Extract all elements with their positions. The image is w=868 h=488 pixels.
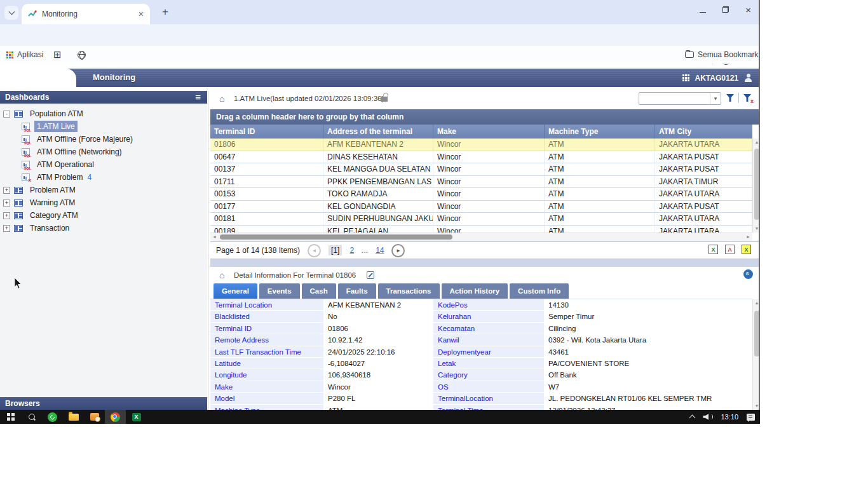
edit-icon[interactable]	[367, 271, 374, 279]
detail-tab[interactable]: Action History	[442, 283, 508, 299]
detail-label[interactable]: Last TLF Transaction Time	[210, 346, 323, 358]
sidebar-tree-item[interactable]: - Population ATM	[0, 107, 207, 120]
notification-center-icon[interactable]	[747, 414, 755, 421]
tab-search-button[interactable]	[4, 6, 18, 20]
app-grid-icon[interactable]	[682, 74, 689, 81]
clear-filter-icon[interactable]	[743, 93, 752, 102]
table-row[interactable]: 00177 KEL GONDANGDIA Wincor ATM JAKARTA …	[210, 201, 752, 214]
scroll-left-icon[interactable]: ◄	[210, 233, 219, 241]
detail-label[interactable]: Terminal Location	[210, 299, 323, 311]
detail-label-2[interactable]: Kanwil	[433, 334, 544, 346]
export-pdf-icon[interactable]: A	[725, 245, 735, 254]
start-button[interactable]	[0, 410, 21, 424]
column-header[interactable]: Terminal ID	[210, 125, 323, 139]
tree-expander-icon[interactable]: +	[3, 187, 10, 194]
detail-label-2[interactable]: Deploymentyear	[433, 346, 544, 358]
table-row[interactable]: 00647 DINAS KESEHATAN Wincor ATM JAKARTA…	[210, 151, 752, 164]
column-header[interactable]: Address of the terminal	[323, 125, 433, 139]
detail-label[interactable]: Make	[210, 381, 323, 393]
detail-label-2[interactable]: Terminal Time	[433, 405, 544, 410]
taskbar-explorer-button[interactable]	[63, 410, 84, 424]
taskbar-whatsapp-button[interactable]	[42, 410, 63, 424]
column-header[interactable]: Make	[433, 125, 545, 139]
detail-tab[interactable]: Custom Info	[510, 283, 569, 299]
sidebar-splitter[interactable]	[208, 91, 208, 410]
browsers-header[interactable]: Browsers	[0, 397, 207, 410]
table-row[interactable]: 00189 KEL PEJAGALAN Wincor ATM JAKARTA U…	[210, 226, 752, 233]
sidebar-tree-item[interactable]: + Warning ATM	[0, 196, 207, 209]
window-close-button[interactable]: ×	[745, 4, 751, 15]
filter-icon[interactable]	[726, 93, 735, 102]
window-restore-button[interactable]	[722, 4, 729, 15]
table-row[interactable]: 01711 PPKK PENGEMBANGAN LAS Wincor ATM J…	[210, 176, 752, 189]
taskbar-search-button[interactable]	[21, 410, 42, 424]
detail-label-2[interactable]: TerminalLocation	[433, 393, 544, 404]
taskbar-mail-button[interactable]	[84, 410, 105, 424]
detail-label-2[interactable]: Kecamatan	[433, 323, 544, 334]
user-icon[interactable]	[744, 74, 752, 82]
horizontal-scroll-thumb[interactable]	[220, 234, 452, 240]
column-header[interactable]: ATM City	[655, 125, 752, 139]
detail-tab[interactable]: Events	[259, 283, 300, 299]
home-icon[interactable]: ⌂	[219, 93, 224, 104]
detail-label[interactable]: Machine Type	[210, 405, 323, 410]
hamburger-icon[interactable]: ≡	[195, 91, 201, 104]
scroll-right-icon[interactable]: ►	[744, 233, 752, 241]
export-xlsx-icon[interactable]: X	[742, 245, 751, 254]
detail-label[interactable]: Terminal ID	[210, 323, 323, 334]
user-box[interactable]: AKTAG0121	[682, 69, 752, 87]
column-header[interactable]: Machine Type	[545, 125, 655, 139]
export-excel-icon[interactable]: X	[709, 245, 718, 254]
group-by-bar[interactable]: Drag a column header here to group by th…	[210, 109, 760, 125]
page-link[interactable]: ...	[362, 246, 368, 255]
page-link[interactable]: [1]	[329, 245, 342, 255]
table-row[interactable]: 01806 AFM KEBANTENAN 2 Wincor ATM JAKART…	[210, 139, 752, 151]
detail-tab[interactable]: Cash	[302, 283, 336, 299]
detail-label-2[interactable]: Category	[433, 369, 544, 381]
combobox-dropdown-icon[interactable]: ▾	[710, 93, 721, 104]
detail-label-2[interactable]: Letak	[433, 358, 544, 369]
detail-home-icon[interactable]: ⌂	[219, 270, 224, 280]
sidebar-tree-item[interactable]: + Category ATM	[0, 209, 207, 222]
detail-label[interactable]: Latitude	[210, 358, 323, 369]
horizontal-scrollbar[interactable]: ◄ ►	[210, 233, 752, 241]
apps-launcher-icon-button[interactable]: ⊞	[53, 46, 62, 64]
detail-label[interactable]: Longitude	[210, 369, 323, 381]
next-page-button[interactable]: ►	[391, 244, 405, 257]
prev-page-button[interactable]: ◄	[308, 244, 321, 257]
tree-expander-icon[interactable]: +	[3, 212, 10, 219]
new-tab-button[interactable]: +	[158, 4, 173, 20]
sidebar-tree-item[interactable]: 1.ATM Live	[0, 120, 207, 133]
sidebar-tree-item[interactable]: ATM Offline (Networking)	[0, 146, 207, 158]
detail-label-2[interactable]: OS	[433, 381, 544, 393]
detail-label[interactable]: Blacklisted	[210, 311, 323, 322]
sidebar-tree-item[interactable]: + Transaction	[0, 222, 207, 234]
unlock-icon[interactable]	[381, 97, 388, 102]
page-link[interactable]: 2	[349, 246, 354, 255]
detail-tab[interactable]: General	[214, 283, 257, 299]
sidebar-tree-item[interactable]: ATM Problem 4	[0, 171, 207, 184]
bookmark-aplikasi[interactable]: Aplikasi	[6, 46, 43, 64]
collapse-panel-icon[interactable]	[743, 269, 753, 279]
sidebar-tree-item[interactable]: ATM Offline (Force Majeure)	[0, 133, 207, 146]
page-link[interactable]: 14	[376, 246, 384, 255]
tree-expander-icon[interactable]: +	[3, 200, 10, 207]
detail-tab[interactable]: Faults	[338, 283, 376, 299]
table-row[interactable]: 00181 SUDIN PERHUBUNGAN JAKUT Wincor ATM…	[210, 213, 752, 226]
tree-expander-icon[interactable]: -	[3, 111, 10, 118]
sidebar-tree-item[interactable]: ATM Operational	[0, 158, 207, 171]
taskbar-excel-button[interactable]: X	[126, 410, 147, 424]
detail-label-2[interactable]: KodePos	[433, 299, 544, 311]
app-header-tab[interactable]	[0, 69, 76, 87]
volume-icon[interactable]	[703, 414, 712, 421]
tree-expander-icon[interactable]: +	[3, 225, 10, 232]
tray-chevron-up-icon[interactable]	[689, 415, 696, 421]
bookmark-site[interactable]	[78, 46, 86, 64]
table-row[interactable]: 00137 KEL MANGGA DUA SELATAN Wincor ATM …	[210, 163, 752, 176]
window-minimize-button[interactable]	[700, 4, 706, 15]
taskbar-chrome-button[interactable]	[105, 410, 126, 424]
tab-close-icon[interactable]: ×	[139, 9, 144, 19]
clock[interactable]: 13:10	[721, 413, 738, 421]
detail-label[interactable]: Model	[210, 393, 323, 404]
browser-tab[interactable]: Monitoring ×	[22, 4, 150, 24]
